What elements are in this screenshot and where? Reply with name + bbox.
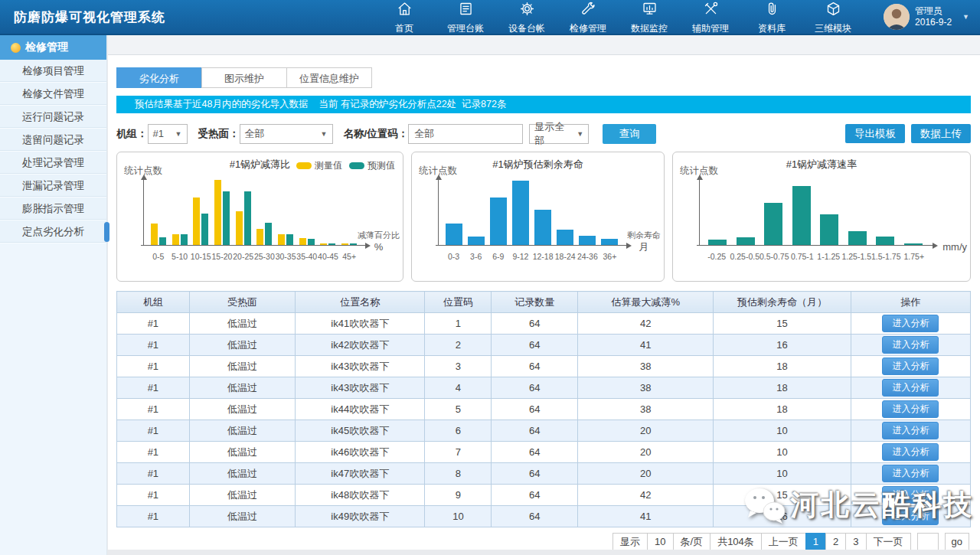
unit-select[interactable]: #1 ▼ (148, 124, 188, 144)
sidebar-header[interactable]: 检修管理 (0, 35, 106, 60)
enter-analysis-button[interactable]: 进入分析 (882, 379, 939, 397)
x-axis-unit-label: 剩余寿命月 (627, 230, 661, 253)
cell-position-name: ik46吹吹器下 (296, 442, 425, 463)
cell-unit: #1 (117, 463, 190, 485)
bar (341, 243, 348, 245)
nav-item-三维模块[interactable]: 三维模块 (802, 0, 864, 35)
cell-surface: 低温过 (189, 442, 295, 463)
export-template-button[interactable]: 导出模板 (845, 124, 905, 143)
sidebar-item-处理记录管理[interactable]: 处理记录管理 (0, 152, 106, 175)
cell-max-thinning: 41 (578, 335, 714, 356)
bar (601, 239, 618, 245)
goto-page-input[interactable] (917, 533, 939, 550)
page-number-2[interactable]: 2 (825, 533, 846, 550)
cell-unit: #1 (117, 335, 190, 356)
cell-position-name: ik43吹吹器下 (296, 377, 425, 399)
cell-position-name: ik44吹吹器下 (296, 399, 425, 420)
cell-unit: #1 (117, 377, 190, 399)
nav-item-检修管理[interactable]: 检修管理 (557, 0, 619, 35)
tab-劣化分析[interactable]: 劣化分析 (116, 67, 202, 88)
cell-position-code: 4 (425, 377, 492, 399)
chart-panel-2: #1锅炉预估剩余寿命统计点数0-33-66-99-1212-1818-2424-… (411, 152, 665, 282)
name-code-input[interactable] (408, 124, 523, 144)
sidebar-item-泄漏记录管理[interactable]: 泄漏记录管理 (0, 175, 106, 198)
cell-position-code: 3 (425, 356, 492, 377)
tab-图示维护[interactable]: 图示维护 (201, 67, 287, 88)
sidebar-item-运行问题记录[interactable]: 运行问题记录 (0, 106, 106, 129)
enter-analysis-button[interactable]: 进入分析 (882, 315, 939, 332)
chevron-down-icon[interactable]: ▼ (962, 13, 969, 21)
cell-max-thinning: 42 (578, 485, 714, 506)
cell-unit: #1 (117, 420, 190, 442)
analysis-table: 机组受热面位置名称位置码记录数量估算最大减薄%预估剩余寿命（月）操作 #1低温过… (116, 291, 971, 527)
bar (193, 198, 200, 245)
column-header: 位置码 (425, 292, 492, 313)
sidebar-item-定点劣化分析[interactable]: 定点劣化分析 (0, 220, 106, 243)
nav-item-辅助管理[interactable]: 辅助管理 (680, 0, 741, 35)
nav-item-首页[interactable]: 首页 (374, 0, 435, 35)
bar (236, 211, 243, 245)
module-dot-icon (11, 43, 21, 53)
y-axis (699, 177, 700, 246)
enter-analysis-button[interactable]: 进入分析 (882, 336, 939, 354)
surface-select[interactable]: 全部 ▼ (240, 124, 333, 144)
table-row: #1低温过ik48吹吹器下9644215进入分析 (117, 485, 971, 506)
cell-position-name: ik43吹吹器下 (296, 356, 425, 377)
x-tick-label: 12-18 (532, 252, 554, 261)
cell-position-code: 2 (425, 335, 492, 356)
sidebar-item-遗留问题记录[interactable]: 遗留问题记录 (0, 129, 106, 152)
nav-item-数据监控[interactable]: 数据监控 (619, 0, 680, 35)
nav-item-设备台帐[interactable]: 设备台帐 (496, 0, 557, 35)
enter-analysis-button[interactable]: 进入分析 (882, 400, 939, 418)
prev-page-button[interactable]: 上一页 (761, 533, 806, 550)
cell-record-count: 64 (492, 399, 578, 420)
page-number-1[interactable]: 1 (805, 533, 826, 550)
cell-position-name: ik49吹吹器下 (296, 506, 425, 527)
column-header: 估算最大减薄% (578, 292, 714, 313)
x-tick-label: 36+ (599, 252, 621, 261)
cell-max-thinning: 20 (578, 463, 714, 485)
bar (350, 243, 357, 245)
enter-analysis-button[interactable]: 进入分析 (882, 357, 939, 375)
bar-group (532, 180, 554, 245)
nav-item-label: 首页 (395, 22, 413, 35)
page-size-value[interactable]: 10 (647, 533, 673, 550)
x-tick-label: 20-25 (233, 252, 254, 261)
next-page-button[interactable]: 下一页 (866, 533, 911, 550)
table-row: #1低温过ik43吹吹器下4643818进入分析 (117, 377, 971, 399)
bar-group (871, 180, 900, 245)
go-button[interactable]: go (945, 533, 969, 550)
x-tick-label: 1.75+ (901, 252, 927, 261)
bar (328, 243, 335, 245)
tab-位置信息维护[interactable]: 位置信息维护 (286, 67, 372, 88)
enter-analysis-button[interactable]: 进入分析 (882, 443, 939, 461)
bar (214, 180, 221, 245)
nav-item-资料库[interactable]: 资料库 (741, 0, 802, 35)
query-button[interactable]: 查询 (603, 124, 656, 144)
column-header: 机组 (117, 292, 190, 313)
sidebar-item-检修文件管理[interactable]: 检修文件管理 (0, 83, 106, 106)
x-tick-label: 6-9 (487, 252, 509, 261)
nav-item-管理台账[interactable]: 管理台账 (435, 0, 496, 35)
bar (265, 223, 272, 245)
x-tick-label: 5-10 (169, 252, 191, 261)
user-block[interactable]: 管理员 2016-9-2 ▼ (884, 4, 972, 30)
x-axis-unit-label: mm/y (942, 241, 967, 253)
enter-analysis-button[interactable]: 进入分析 (882, 508, 939, 525)
enter-analysis-button[interactable]: 进入分析 (882, 422, 939, 439)
avatar[interactable] (884, 4, 910, 30)
enter-analysis-button[interactable]: 进入分析 (882, 465, 939, 482)
bar-group (788, 180, 816, 245)
enter-analysis-button[interactable]: 进入分析 (882, 486, 939, 504)
x-unit-line2: 月 (627, 241, 661, 253)
cell-surface: 低温过 (189, 335, 295, 356)
display-select[interactable]: 显示全部 ▼ (529, 124, 589, 144)
cell-record-count: 64 (492, 420, 578, 442)
surface-filter-label: 受热面： (198, 127, 240, 141)
bar-group (815, 180, 844, 245)
sidebar-item-检修项目管理[interactable]: 检修项目管理 (0, 60, 106, 83)
sidebar-item-膨胀指示管理[interactable]: 膨胀指示管理 (0, 198, 106, 220)
page-number-3[interactable]: 3 (845, 533, 866, 550)
data-upload-button[interactable]: 数据上传 (911, 124, 971, 143)
x-tick-label: 0.25-0.5 (730, 252, 760, 261)
